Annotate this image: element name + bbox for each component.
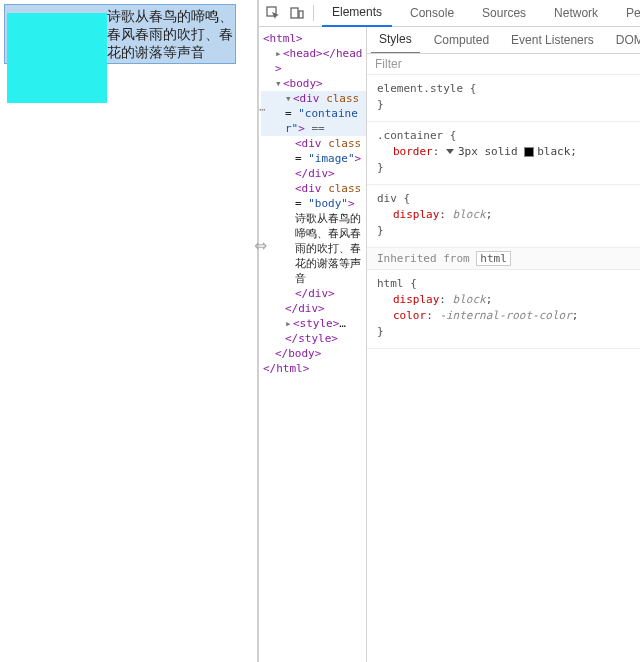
dom-node-body[interactable]: ▾<body>: [261, 76, 366, 91]
page-viewport: 诗歌从春鸟的啼鸣、春风春雨的吹打、春花的谢落等声音 ⇔: [0, 0, 258, 662]
inspect-element-icon[interactable]: [265, 5, 281, 21]
tab-elements[interactable]: Elements: [322, 0, 392, 27]
dom-node-head[interactable]: ▸<head></head>: [261, 46, 366, 76]
selected-marker: ==: [305, 122, 325, 135]
styles-tab-styles[interactable]: Styles: [371, 27, 420, 54]
dom-node-style-close[interactable]: </style>: [261, 331, 366, 346]
tab-network[interactable]: Network: [544, 0, 608, 27]
devtools: Elements Console Sources Network Perfor …: [258, 0, 640, 662]
dom-node-style[interactable]: ▸<style>…: [261, 316, 366, 331]
devtools-body: ⋯ <html> ▸<head></head> ▾<body> ▾<div cl…: [259, 27, 640, 662]
devtools-toolbar: Elements Console Sources Network Perfor: [259, 0, 640, 27]
rule-element-style[interactable]: element.style { }: [367, 75, 640, 122]
dom-node-bodydiv-close[interactable]: </div>: [261, 286, 366, 301]
tree-actions-icon[interactable]: ⋯: [259, 102, 267, 117]
styles-filter-input[interactable]: Filter: [367, 54, 640, 75]
dom-node-html-close[interactable]: </html>: [261, 361, 366, 376]
dom-node-container[interactable]: ▾<div class= "container"> ==: [261, 91, 366, 136]
dom-node-bodydiv[interactable]: <div class= "body">: [261, 181, 366, 211]
dom-node-container-close[interactable]: </div>: [261, 301, 366, 316]
elements-tree[interactable]: ⋯ <html> ▸<head></head> ▾<body> ▾<div cl…: [259, 27, 367, 662]
styles-tab-eventlisteners[interactable]: Event Listeners: [503, 27, 602, 54]
inherited-from-row: Inherited from html: [367, 248, 640, 270]
dom-text-node[interactable]: 诗歌从春鸟的啼鸣、春风春雨的吹打、春花的谢落等声音: [261, 211, 366, 286]
dom-node-image[interactable]: <div class= "image">: [261, 136, 366, 166]
rule-div[interactable]: div { display: block; }: [367, 185, 640, 248]
inherited-from-link[interactable]: html: [476, 251, 511, 266]
tab-performance[interactable]: Perfor: [616, 0, 640, 27]
rule-html[interactable]: html { display: block; color: -internal-…: [367, 270, 640, 349]
rule-container[interactable]: .container { border: 3px solid black; }: [367, 122, 640, 185]
svg-rect-1: [291, 8, 298, 18]
app-root: 诗歌从春鸟的啼鸣、春风春雨的吹打、春花的谢落等声音 ⇔ Elements Con…: [0, 0, 640, 662]
tab-console[interactable]: Console: [400, 0, 464, 27]
dom-node-html[interactable]: <html>: [261, 31, 366, 46]
dom-node-image-close[interactable]: </div>: [261, 166, 366, 181]
styles-tabbar: Styles Computed Event Listeners DOM: [367, 27, 640, 54]
svg-rect-2: [299, 11, 303, 18]
styles-tab-dom[interactable]: DOM: [608, 27, 640, 54]
rendered-image: [7, 13, 107, 103]
color-swatch-icon[interactable]: [524, 147, 534, 157]
styles-tab-computed[interactable]: Computed: [426, 27, 497, 54]
dom-node-body-close[interactable]: </body>: [261, 346, 366, 361]
styles-panel: Styles Computed Event Listeners DOM Filt…: [367, 27, 640, 662]
tab-sources[interactable]: Sources: [472, 0, 536, 27]
rendered-container[interactable]: 诗歌从春鸟的啼鸣、春风春雨的吹打、春花的谢落等声音: [4, 4, 236, 64]
device-toolbar-icon[interactable]: [289, 5, 305, 21]
shorthand-expand-icon[interactable]: [446, 149, 454, 154]
